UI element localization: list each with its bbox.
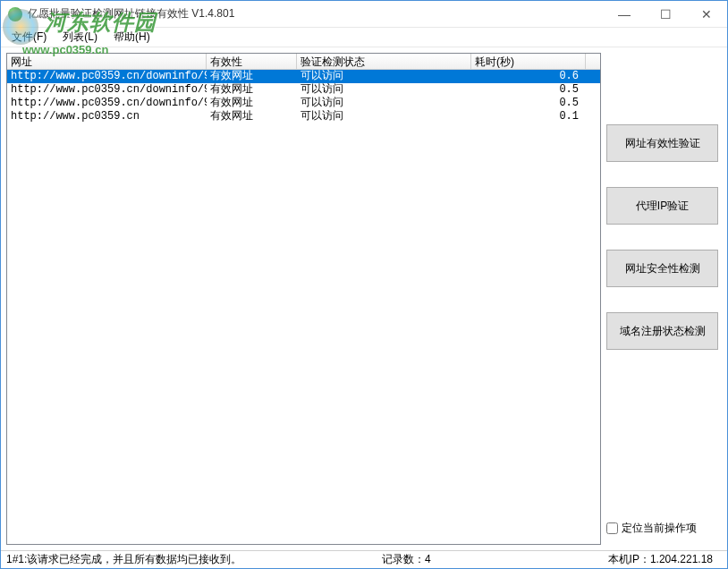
cell-url: http://www.pc0359.cn/downinfo/9853... bbox=[7, 70, 207, 83]
cell-time: 0.6 bbox=[471, 70, 586, 83]
menu-file[interactable]: 文件(F) bbox=[4, 28, 54, 47]
locate-current-checkbox-input[interactable] bbox=[606, 522, 618, 534]
close-button[interactable]: ✕ bbox=[686, 1, 727, 27]
window-title: 亿愿批量验证检测网址链接有效性 V1.4.801 bbox=[28, 6, 604, 21]
table-row[interactable]: http://www.pc0359.cn有效网址可以访问0.1 bbox=[7, 110, 600, 123]
cell-validity: 有效网址 bbox=[207, 83, 297, 97]
menu-help[interactable]: 帮助(H) bbox=[106, 28, 157, 47]
app-icon bbox=[8, 7, 22, 21]
col-header-time[interactable]: 耗时(秒) bbox=[471, 54, 586, 69]
status-message: 1#1:该请求已经完成，并且所有数据均已接收到。 bbox=[6, 552, 382, 567]
validate-url-button[interactable]: 网址有效性验证 bbox=[606, 124, 718, 162]
proxy-ip-button[interactable]: 代理IP验证 bbox=[606, 187, 718, 225]
cell-time: 0.1 bbox=[471, 110, 586, 123]
results-table[interactable]: 网址 有效性 验证检测状态 耗时(秒) http://www.pc0359.cn… bbox=[6, 53, 601, 545]
table-body: http://www.pc0359.cn/downinfo/9853...有效网… bbox=[7, 70, 600, 123]
maximize-button[interactable]: ☐ bbox=[645, 1, 686, 27]
table-row[interactable]: http://www.pc0359.cn/downinfo/9853...有效网… bbox=[7, 83, 600, 97]
cell-status: 可以访问 bbox=[297, 83, 471, 97]
security-check-button[interactable]: 网址安全性检测 bbox=[606, 250, 718, 287]
minimize-button[interactable]: — bbox=[604, 1, 645, 27]
locate-current-checkbox[interactable]: 定位当前操作项 bbox=[606, 521, 718, 536]
menu-list[interactable]: 列表(L) bbox=[55, 28, 105, 47]
table-row[interactable]: http://www.pc0359.cn/downinfo/9853...有效网… bbox=[7, 70, 600, 83]
side-panel: 网址有效性验证 代理IP验证 网址安全性检测 域名注册状态检测 定位当前操作项 bbox=[606, 47, 727, 550]
statusbar: 1#1:该请求已经完成，并且所有数据均已接收到。 记录数：4 本机IP：1.20… bbox=[1, 550, 727, 568]
cell-url: http://www.pc0359.cn/downinfo/9853... bbox=[7, 83, 207, 97]
table-header: 网址 有效性 验证检测状态 耗时(秒) bbox=[7, 54, 600, 70]
status-record-count: 记录数：4 bbox=[382, 552, 561, 567]
status-local-ip: 本机IP：1.204.221.18 bbox=[561, 552, 722, 567]
cell-url: http://www.pc0359.cn bbox=[7, 110, 207, 123]
table-row[interactable]: http://www.pc0359.cn/downinfo/9853...有效网… bbox=[7, 97, 600, 110]
col-header-status[interactable]: 验证检测状态 bbox=[297, 54, 471, 69]
cell-validity: 有效网址 bbox=[207, 97, 297, 110]
cell-status: 可以访问 bbox=[297, 70, 471, 83]
col-header-url[interactable]: 网址 bbox=[7, 54, 207, 69]
cell-status: 可以访问 bbox=[297, 110, 471, 123]
cell-time: 0.5 bbox=[471, 83, 586, 97]
main-area: 网址 有效性 验证检测状态 耗时(秒) http://www.pc0359.cn… bbox=[1, 47, 727, 550]
col-header-validity[interactable]: 有效性 bbox=[207, 54, 297, 69]
cell-time: 0.5 bbox=[471, 97, 586, 110]
cell-url: http://www.pc0359.cn/downinfo/9853... bbox=[7, 97, 207, 110]
cell-validity: 有效网址 bbox=[207, 110, 297, 123]
cell-status: 可以访问 bbox=[297, 97, 471, 110]
menubar: 文件(F) 列表(L) 帮助(H) bbox=[1, 28, 727, 47]
cell-validity: 有效网址 bbox=[207, 70, 297, 83]
window-titlebar: 亿愿批量验证检测网址链接有效性 V1.4.801 — ☐ ✕ bbox=[1, 1, 727, 28]
window-controls: — ☐ ✕ bbox=[604, 1, 727, 27]
locate-current-label: 定位当前操作项 bbox=[622, 521, 697, 536]
domain-status-button[interactable]: 域名注册状态检测 bbox=[606, 312, 718, 350]
